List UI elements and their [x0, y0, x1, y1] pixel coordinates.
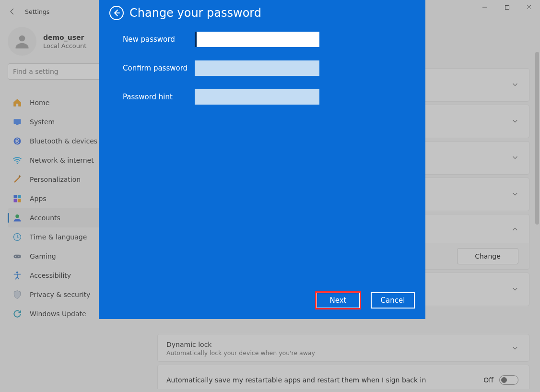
chevron-down-icon [512, 117, 518, 126]
sidebar-item-label: System [30, 118, 55, 126]
sidebar-item-label: Personalization [30, 176, 81, 183]
svg-rect-12 [14, 199, 17, 202]
user-account-type: Local Account [43, 42, 86, 49]
shield-icon [12, 290, 22, 299]
sidebar-item-label: Windows Update [30, 310, 86, 318]
scrollbar[interactable] [535, 52, 539, 225]
wifi-icon [12, 155, 22, 165]
sidebar-item-label: Accessibility [30, 272, 71, 279]
dialog-header: Change your password [99, 0, 425, 24]
change-password-form: New password Confirm password Password h… [99, 24, 425, 105]
avatar [8, 27, 36, 56]
minimize-button[interactable] [474, 0, 496, 14]
svg-rect-5 [14, 119, 21, 124]
auto-save-row: Automatically save my restartable apps a… [157, 365, 529, 389]
svg-point-17 [15, 256, 16, 257]
bluetooth-icon [12, 136, 22, 146]
chevron-down-icon [512, 344, 518, 353]
svg-rect-11 [18, 195, 21, 199]
dialog-footer: Next Cancel [316, 292, 415, 309]
sidebar-item-label: Time & language [30, 233, 87, 241]
change-password-dialog: Change your password New password Confir… [99, 0, 425, 319]
accessibility-icon [12, 271, 22, 280]
chevron-down-icon [512, 81, 518, 90]
apps-icon [12, 194, 22, 203]
svg-rect-6 [16, 124, 19, 125]
dynamic-lock-title: Dynamic lock [166, 341, 315, 348]
sidebar-item-label: Home [30, 99, 49, 107]
svg-rect-10 [14, 195, 17, 199]
settings-window: Settings demo_user Local Account Home [0, 0, 540, 392]
person-icon [12, 213, 22, 223]
confirm-password-label: Confirm password [123, 64, 193, 72]
auto-save-toggle[interactable] [499, 375, 518, 385]
titlebar-back-button[interactable] [6, 5, 19, 18]
sidebar-item-label: Apps [30, 195, 47, 202]
dialog-title: Change your password [129, 6, 261, 20]
sidebar-item-label: Gaming [30, 252, 56, 260]
chevron-up-icon [512, 226, 518, 235]
next-button[interactable]: Next [316, 292, 360, 309]
sidebar-item-label: Privacy & security [30, 291, 90, 298]
password-hint-input[interactable] [195, 89, 319, 105]
svg-rect-13 [18, 199, 21, 202]
svg-point-19 [16, 272, 18, 273]
svg-point-4 [19, 36, 25, 42]
chevron-down-icon [512, 190, 518, 199]
toggle-state-text: Off [483, 376, 493, 384]
dialog-back-button[interactable] [109, 6, 124, 20]
svg-rect-1 [505, 5, 509, 9]
gamepad-icon [12, 251, 22, 261]
sidebar-item-label: Accounts [30, 214, 60, 222]
clock-icon [12, 232, 22, 242]
confirm-password-input[interactable] [195, 60, 319, 76]
svg-point-18 [18, 256, 19, 257]
dynamic-lock-subtitle: Automatically lock your device when you'… [166, 349, 315, 356]
cancel-button[interactable]: Cancel [371, 292, 415, 309]
close-button[interactable] [518, 0, 540, 14]
system-icon [12, 117, 22, 127]
window-controls [474, 0, 540, 14]
svg-rect-16 [14, 255, 21, 259]
brush-icon [12, 175, 22, 184]
auto-save-label: Automatically save my restartable apps a… [166, 376, 426, 384]
dynamic-lock-row[interactable]: Dynamic lock Automatically lock your dev… [157, 334, 529, 362]
sidebar-item-label: Bluetooth & devices [30, 137, 97, 145]
password-hint-label: Password hint [123, 93, 193, 101]
svg-point-14 [15, 214, 19, 218]
update-icon [12, 309, 22, 319]
maximize-button[interactable] [496, 0, 518, 14]
new-password-input[interactable] [195, 32, 319, 47]
home-icon [12, 98, 22, 107]
new-password-label: New password [123, 35, 193, 44]
svg-point-8 [17, 163, 18, 164]
sidebar-item-label: Network & internet [30, 156, 94, 164]
change-button[interactable]: Change [457, 248, 518, 264]
app-title: Settings [25, 8, 49, 15]
chevron-down-icon [512, 285, 518, 294]
chevron-down-icon [512, 154, 518, 163]
user-name: demo_user [43, 34, 86, 41]
